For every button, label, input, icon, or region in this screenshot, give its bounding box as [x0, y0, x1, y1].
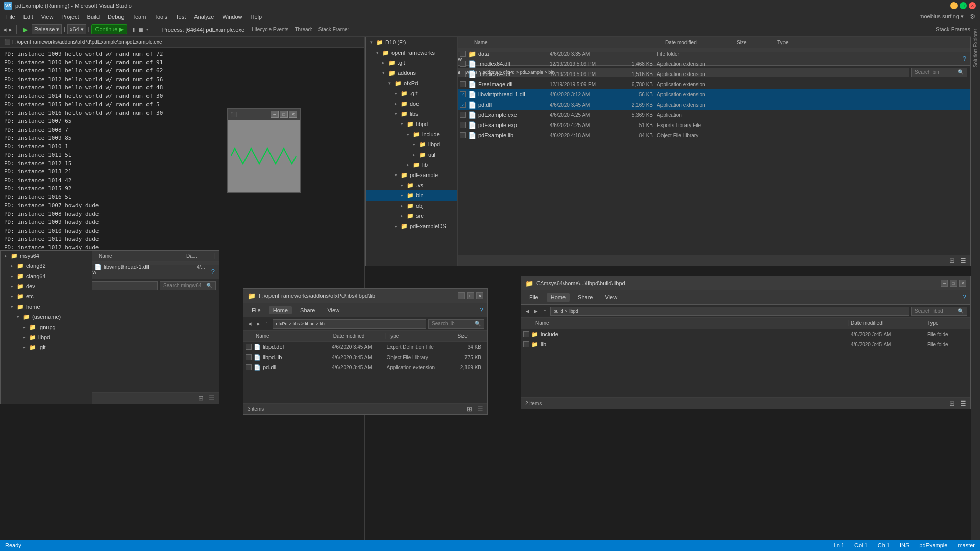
- sidebar-item-etc[interactable]: ▸📁etc: [1, 292, 92, 302]
- file-checkbox[interactable]: [523, 331, 529, 337]
- libpd-nav-up[interactable]: ↑: [264, 320, 271, 328]
- libpd-help-icon[interactable]: ?: [480, 306, 483, 314]
- wave-close[interactable]: ✕: [289, 111, 297, 118]
- libpd-nav-back[interactable]: ◂: [247, 320, 253, 328]
- libpd-close[interactable]: ✕: [476, 292, 483, 299]
- build-maximize[interactable]: □: [950, 280, 957, 287]
- explorer-build-controls: ─ □ ✕: [941, 280, 966, 287]
- libpd-maximize[interactable]: □: [467, 292, 474, 299]
- table-row[interactable]: 📁 lib 4/6/2020 3:45 AM File folde: [521, 339, 970, 349]
- build-ribbon-home[interactable]: Home: [547, 293, 570, 302]
- sidebar-item--git[interactable]: ▸📁.git: [366, 88, 457, 98]
- sidebar-item-libs[interactable]: ▾📁libs: [366, 109, 457, 119]
- menu-debug[interactable]: Debug: [104, 13, 128, 21]
- table-row[interactable]: 📁 include 4/6/2020 3:45 AM File folde: [521, 329, 970, 339]
- build-close[interactable]: ✕: [959, 280, 966, 287]
- menu-build[interactable]: Build: [83, 13, 104, 21]
- build-nav-back[interactable]: ◂: [524, 307, 531, 315]
- build-view-icons-btn[interactable]: ⊞: [949, 399, 955, 407]
- wave-maximize[interactable]: □: [280, 111, 288, 118]
- file-checkbox[interactable]: [460, 132, 466, 138]
- sidebar-item-ofxpd[interactable]: ▾📁ofxPd: [366, 79, 457, 88]
- breadcrumb-build[interactable]: build > libpd: [550, 307, 910, 316]
- close-button[interactable]: ✕: [969, 2, 976, 9]
- continue-button[interactable]: Continue ▶: [91, 24, 127, 34]
- title-bar: VS pdExample (Running) - Microsoft Visua…: [0, 0, 980, 11]
- build-ribbon-view[interactable]: View: [601, 293, 621, 302]
- search-box-libpd[interactable]: Search lib 🔍: [428, 319, 484, 329]
- sidebar-item-pdexample[interactable]: ▾📁pdExample: [366, 170, 457, 180]
- sidebar-item--gnupg[interactable]: ▸📁.gnupg: [1, 322, 92, 332]
- file-checkbox[interactable]: [246, 344, 252, 350]
- sidebar-item-pdexampleos[interactable]: ▸📁pdExampleOS: [366, 221, 457, 231]
- table-row[interactable]: 📄 pd.dll 4/6/2020 3:45 AM Application ex…: [243, 362, 487, 372]
- sidebar-item-libpd[interactable]: ▾📁libpd: [366, 119, 457, 129]
- table-row[interactable]: 📄 pdExample.exe 4/6/2020 4:25 AM 5,369 K…: [458, 110, 970, 120]
- menu-help[interactable]: Help: [247, 13, 266, 21]
- file-checkbox[interactable]: [460, 122, 466, 128]
- menu-test[interactable]: Test: [172, 13, 190, 21]
- table-row[interactable]: ✓ 📄 libwintpthread-1.dll 4/6/2020 3:12 A…: [458, 89, 970, 99]
- sidebar-item--git[interactable]: ▸📁.git: [1, 342, 92, 353]
- toolbar-back[interactable]: ◂: [3, 26, 7, 33]
- file-checkbox[interactable]: [460, 81, 466, 87]
- file-checkbox[interactable]: ✓: [460, 91, 466, 97]
- table-row[interactable]: 📄 libpd.def 4/6/2020 3:45 AM Export Defi…: [243, 342, 487, 352]
- file-checkbox[interactable]: [523, 341, 529, 347]
- run-button[interactable]: ▶: [21, 25, 30, 34]
- file-checkbox[interactable]: [246, 354, 252, 360]
- menu-project[interactable]: Project: [57, 13, 83, 21]
- build-ribbon-share[interactable]: Share: [574, 293, 597, 302]
- minimize-button[interactable]: ─: [950, 2, 958, 9]
- file-checkbox[interactable]: ✓: [460, 102, 466, 108]
- menu-edit[interactable]: Edit: [19, 13, 37, 21]
- build-help-icon[interactable]: ?: [963, 293, 966, 301]
- libpd-nav-fwd[interactable]: ▸: [255, 320, 262, 328]
- sidebar-item-libpd[interactable]: ▸📁libpd: [1, 332, 92, 342]
- platform-dropdown[interactable]: x64 ▾: [67, 24, 86, 34]
- libpd-minimize[interactable]: ─: [458, 292, 465, 299]
- libpd-ribbon-file[interactable]: File: [248, 306, 265, 314]
- menu-file[interactable]: File: [2, 13, 19, 21]
- menu-window[interactable]: Window: [218, 13, 246, 21]
- build-minimize[interactable]: ─: [941, 280, 948, 287]
- search-box-build[interactable]: Search libpd 🔍: [911, 307, 967, 316]
- sidebar-item-src[interactable]: ▸📁src: [366, 211, 457, 221]
- menu-team[interactable]: Team: [129, 13, 151, 21]
- build-view-list-btn[interactable]: ☰: [960, 399, 966, 407]
- table-row[interactable]: 📄 FreeImage.dll 12/19/2019 5:09 PM 6,780…: [458, 79, 970, 89]
- wave-minimize[interactable]: ─: [271, 111, 279, 118]
- build-ribbon-file[interactable]: File: [525, 293, 543, 302]
- sidebar-item-util[interactable]: ▸📁util: [366, 149, 457, 160]
- maximize-button[interactable]: □: [960, 2, 967, 9]
- libpd-view-icons-btn[interactable]: ⊞: [467, 405, 472, 413]
- sidebar-item-home[interactable]: ▾📁home: [1, 302, 92, 312]
- table-row[interactable]: 📄 libpd.lib 4/6/2020 3:45 AM Object File…: [243, 352, 487, 362]
- menu-tools[interactable]: Tools: [150, 13, 172, 21]
- sidebar-item--username-[interactable]: ▾📁(username): [1, 312, 92, 322]
- build-nav-fwd[interactable]: ▸: [533, 307, 540, 315]
- sidebar-item-bin[interactable]: ▸📁bin: [366, 190, 457, 201]
- build-nav-up[interactable]: ↑: [542, 307, 548, 315]
- sidebar-item-doc[interactable]: ▸📁doc: [366, 98, 457, 109]
- sidebar-item-obj[interactable]: ▸📁obj: [366, 201, 457, 211]
- libpd-ribbon-view[interactable]: View: [323, 306, 344, 314]
- table-row[interactable]: 📄 pdExample.exp 4/6/2020 4:25 AM 51 KB E…: [458, 120, 970, 130]
- toolbar-fwd[interactable]: ▸: [9, 26, 12, 33]
- menu-analyze[interactable]: Analyze: [190, 13, 218, 21]
- libpd-ribbon-home[interactable]: Home: [269, 306, 292, 314]
- file-checkbox[interactable]: [246, 364, 252, 370]
- sidebar-item-libpd[interactable]: ▸📁libpd: [366, 139, 457, 149]
- table-row[interactable]: ✓ 📄 pd.dll 4/6/2020 3:45 AM 2,169 KB App…: [458, 99, 970, 110]
- libpd-view-list-btn[interactable]: ☰: [477, 405, 483, 413]
- libpd-ribbon-share[interactable]: Share: [296, 306, 319, 314]
- menu-view[interactable]: View: [37, 13, 58, 21]
- configuration-dropdown[interactable]: Release ▾: [32, 24, 62, 34]
- table-row[interactable]: 📄 pdExample.lib 4/6/2020 4:18 AM 84 KB O…: [458, 130, 970, 140]
- sidebar-item--vs[interactable]: ▸📁.vs: [366, 180, 457, 190]
- breadcrumb-libpd[interactable]: ofxPd > libs > libpd > lib: [273, 319, 427, 329]
- sidebar-item-include[interactable]: ▸📁include: [366, 129, 457, 139]
- file-checkbox[interactable]: [460, 112, 466, 118]
- solution-explorer-tab[interactable]: Solution Explorer: [972, 24, 979, 71]
- sidebar-item-lib[interactable]: ▸📁lib: [366, 160, 457, 170]
